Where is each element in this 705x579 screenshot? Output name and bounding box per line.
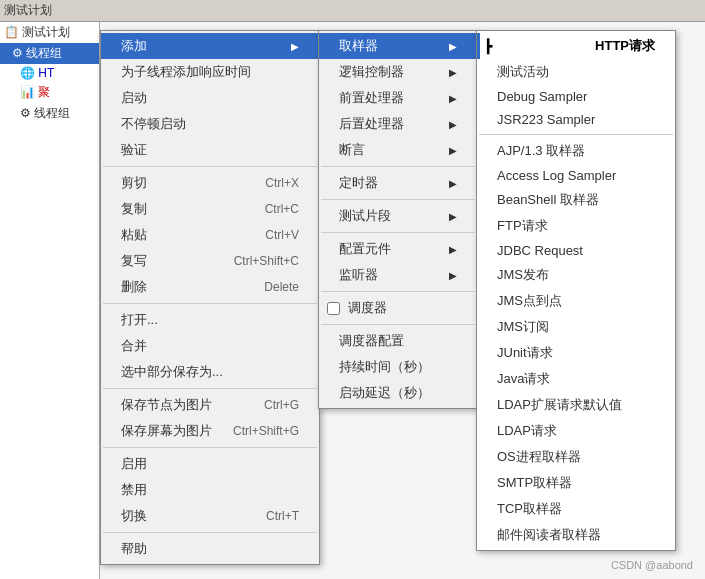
context-menu-1: 添加 ▶ 为子线程添加响应时间 启动 不停顿启动 验证 剪切 Ctrl+X 复制… xyxy=(100,30,320,565)
left-panel: 📋 测试计划 ⚙ 线程组 🌐 HT 📊 聚 ⚙ 线程组 xyxy=(0,22,100,579)
menu-item-test-activity[interactable]: 测试活动 xyxy=(477,59,675,85)
tree-item-threadgroup2[interactable]: ⚙ 线程组 xyxy=(0,103,99,124)
menu-item-config-element[interactable]: 配置元件 ▶ xyxy=(319,236,477,262)
menu-item-tcp-sampler[interactable]: TCP取样器 xyxy=(477,496,675,522)
menu-item-debug-sampler[interactable]: Debug Sampler xyxy=(477,85,675,108)
menu-item-validate[interactable]: 验证 xyxy=(101,137,319,163)
menu-item-add[interactable]: 添加 ▶ xyxy=(101,33,319,59)
menu-item-scheduler[interactable]: 调度器 xyxy=(319,295,477,321)
menu-item-duplicate[interactable]: 复写 Ctrl+Shift+C xyxy=(101,248,319,274)
arrow-icon-sampler: ▶ xyxy=(449,41,457,52)
menu2-separator-2 xyxy=(321,199,475,200)
tree-item-agg[interactable]: 📊 聚 xyxy=(0,82,99,103)
arrow-icon-config: ▶ xyxy=(449,244,457,255)
tree-item-ht[interactable]: 🌐 HT xyxy=(0,64,99,82)
tree-icon-ht: 🌐 xyxy=(20,66,38,80)
menu-item-test-fragment[interactable]: 测试片段 ▶ xyxy=(319,203,477,229)
menu2-separator-4 xyxy=(321,291,475,292)
arrow-icon-timer: ▶ xyxy=(449,178,457,189)
arrow-icon-add: ▶ xyxy=(291,41,299,52)
arrow-icon-pre: ▶ xyxy=(449,93,457,104)
menu-item-beanshell-sampler[interactable]: BeanShell 取样器 xyxy=(477,187,675,213)
menu-item-post-processor[interactable]: 后置处理器 ▶ xyxy=(319,111,477,137)
cursor-icon: ┣ xyxy=(484,39,492,54)
shortcut-save-screen: Ctrl+Shift+G xyxy=(233,424,299,438)
menu-item-merge[interactable]: 合并 xyxy=(101,333,319,359)
menu2-separator-5 xyxy=(321,324,475,325)
separator-5 xyxy=(103,532,317,533)
menu-item-jdbc-request[interactable]: JDBC Request xyxy=(477,239,675,262)
menu-item-smtp-sampler[interactable]: SMTP取样器 xyxy=(477,470,675,496)
top-bar: 测试计划 xyxy=(0,0,705,22)
separator-4 xyxy=(103,447,317,448)
menu-item-disable[interactable]: 禁用 xyxy=(101,477,319,503)
menu-item-junit-request[interactable]: JUnit请求 xyxy=(477,340,675,366)
shortcut-paste: Ctrl+V xyxy=(265,228,299,242)
menu-item-listener[interactable]: 监听器 ▶ xyxy=(319,262,477,288)
menu-item-start[interactable]: 启动 xyxy=(101,85,319,111)
menu-item-java-request[interactable]: Java请求 xyxy=(477,366,675,392)
tree-item-testplan[interactable]: 📋 测试计划 xyxy=(0,22,99,43)
tree-icon-threadgroup: ⚙ xyxy=(12,46,26,60)
menu-item-timer[interactable]: 定时器 ▶ xyxy=(319,170,477,196)
menu-item-open[interactable]: 打开... xyxy=(101,307,319,333)
shortcut-delete: Delete xyxy=(264,280,299,294)
menu-item-start-no-pause[interactable]: 不停顿启动 xyxy=(101,111,319,137)
tree-icon-threadgroup2: ⚙ xyxy=(20,106,34,120)
menu-item-sampler[interactable]: 取样器 ▶ xyxy=(319,33,477,59)
menu-item-add-response-time[interactable]: 为子线程添加响应时间 xyxy=(101,59,319,85)
menu-item-access-log-sampler[interactable]: Access Log Sampler xyxy=(477,164,675,187)
shortcut-toggle: Ctrl+T xyxy=(266,509,299,523)
menu2-separator-3 xyxy=(321,232,475,233)
menu2-separator-1 xyxy=(321,166,475,167)
menu-item-save-partial[interactable]: 选中部分保存为... xyxy=(101,359,319,385)
app-title: 测试计划 xyxy=(4,2,52,19)
shortcut-copy: Ctrl+C xyxy=(265,202,299,216)
shortcut-cut: Ctrl+X xyxy=(265,176,299,190)
separator-2 xyxy=(103,303,317,304)
tree-icon-agg: 📊 xyxy=(20,85,38,99)
scheduler-checkbox[interactable] xyxy=(327,302,340,315)
menu-item-duration[interactable]: 持续时间（秒） xyxy=(319,354,477,380)
context-menu-3: ┣ HTTP请求 测试活动 Debug Sampler JSR223 Sampl… xyxy=(476,30,676,551)
menu-item-scheduler-config[interactable]: 调度器配置 xyxy=(319,328,477,354)
context-menu-2: 取样器 ▶ 逻辑控制器 ▶ 前置处理器 ▶ 后置处理器 ▶ 断言 ▶ 定时器 ▶… xyxy=(318,30,478,409)
menu-item-ajp-sampler[interactable]: AJP/1.3 取样器 xyxy=(477,138,675,164)
menu-item-jms-p2p[interactable]: JMS点到点 xyxy=(477,288,675,314)
menu-item-toggle[interactable]: 切换 Ctrl+T xyxy=(101,503,319,529)
menu-item-jsr223-sampler[interactable]: JSR223 Sampler xyxy=(477,108,675,131)
menu-item-save-screen-image[interactable]: 保存屏幕为图片 Ctrl+Shift+G xyxy=(101,418,319,444)
menu-item-ldap-extended[interactable]: LDAP扩展请求默认值 xyxy=(477,392,675,418)
menu3-separator-1 xyxy=(479,134,673,135)
menu-item-delete[interactable]: 删除 Delete xyxy=(101,274,319,300)
arrow-icon-post: ▶ xyxy=(449,119,457,130)
shortcut-duplicate: Ctrl+Shift+C xyxy=(234,254,299,268)
menu-item-enable[interactable]: 启用 xyxy=(101,451,319,477)
tree-icon-testplan: 📋 xyxy=(4,25,22,39)
arrow-icon-assertion: ▶ xyxy=(449,145,457,156)
menu-item-assertion[interactable]: 断言 ▶ xyxy=(319,137,477,163)
menu-item-jms-publish[interactable]: JMS发布 xyxy=(477,262,675,288)
menu-item-help[interactable]: 帮助 xyxy=(101,536,319,562)
menu-item-copy[interactable]: 复制 Ctrl+C xyxy=(101,196,319,222)
menu-item-startup-delay[interactable]: 启动延迟（秒） xyxy=(319,380,477,406)
menu-item-http-request[interactable]: ┣ HTTP请求 xyxy=(477,33,675,59)
watermark: CSDN @aabond xyxy=(611,559,693,571)
separator-3 xyxy=(103,388,317,389)
menu-item-ldap-request[interactable]: LDAP请求 xyxy=(477,418,675,444)
menu-item-paste[interactable]: 粘贴 Ctrl+V xyxy=(101,222,319,248)
arrow-icon-fragment: ▶ xyxy=(449,211,457,222)
menu-item-os-process[interactable]: OS进程取样器 xyxy=(477,444,675,470)
menu-item-mail-reader[interactable]: 邮件阅读者取样器 xyxy=(477,522,675,548)
menu-item-save-node-image[interactable]: 保存节点为图片 Ctrl+G xyxy=(101,392,319,418)
menu-item-pre-processor[interactable]: 前置处理器 ▶ xyxy=(319,85,477,111)
arrow-icon-listener: ▶ xyxy=(449,270,457,281)
menu-item-jms-subscribe[interactable]: JMS订阅 xyxy=(477,314,675,340)
menu-item-logic-controller[interactable]: 逻辑控制器 ▶ xyxy=(319,59,477,85)
tree-item-threadgroup[interactable]: ⚙ 线程组 xyxy=(0,43,99,64)
shortcut-save-node: Ctrl+G xyxy=(264,398,299,412)
arrow-icon-logic: ▶ xyxy=(449,67,457,78)
separator-1 xyxy=(103,166,317,167)
menu-item-cut[interactable]: 剪切 Ctrl+X xyxy=(101,170,319,196)
menu-item-ftp-request[interactable]: FTP请求 xyxy=(477,213,675,239)
